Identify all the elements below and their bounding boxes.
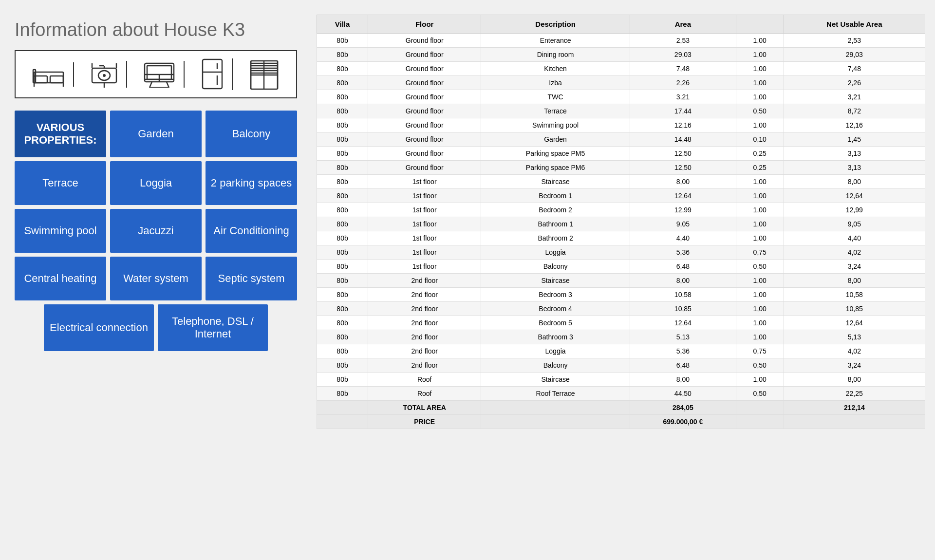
table-cell: 1st floor bbox=[368, 260, 481, 274]
table-cell: 8,00 bbox=[630, 175, 736, 189]
table-cell: 1,00 bbox=[736, 118, 784, 132]
svg-rect-0 bbox=[34, 72, 63, 83]
table-cell: 2nd floor bbox=[368, 316, 481, 330]
prop-cell-header: VARIOUS PROPERTIES: bbox=[15, 111, 106, 157]
svg-rect-22 bbox=[203, 59, 222, 89]
table-cell: 0,50 bbox=[736, 260, 784, 274]
total-cell bbox=[736, 401, 784, 415]
table-row: 80b1st floorBathroom 24,401,004,40 bbox=[317, 231, 925, 245]
table-cell: 80b bbox=[317, 302, 368, 316]
table-cell: Ground floor bbox=[368, 161, 481, 175]
table-cell: 2nd floor bbox=[368, 274, 481, 288]
table-cell: 0,50 bbox=[736, 358, 784, 373]
table-row: 80bGround floorGarden14,480,101,45 bbox=[317, 132, 925, 147]
price-cell bbox=[784, 415, 925, 429]
table-row: 80bGround floorParking space PM512,500,2… bbox=[317, 147, 925, 161]
prop-cell-balcony: Balcony bbox=[206, 111, 297, 157]
table-cell: 80b bbox=[317, 132, 368, 147]
table-cell: 29,03 bbox=[630, 48, 736, 62]
prop-cell-jacuzzi: Jacuzzi bbox=[110, 209, 202, 253]
table-cell: 3,13 bbox=[784, 161, 925, 175]
table-row: 80b2nd floorBalcony6,480,503,24 bbox=[317, 358, 925, 373]
table-cell: 5,13 bbox=[630, 330, 736, 344]
prop-cell-swimming: Swimming pool bbox=[15, 209, 106, 253]
table-cell: 3,21 bbox=[630, 90, 736, 104]
col-factor bbox=[736, 15, 784, 34]
table-cell: 80b bbox=[317, 217, 368, 231]
table-cell: Parking space PM6 bbox=[481, 161, 630, 175]
table-cell: Bedroom 5 bbox=[481, 316, 630, 330]
table-cell: 12,64 bbox=[784, 316, 925, 330]
page-wrapper: Information about House K3 bbox=[10, 10, 925, 434]
table-cell: Parking space PM5 bbox=[481, 147, 630, 161]
table-cell: Ground floor bbox=[368, 147, 481, 161]
table-cell: 4,02 bbox=[784, 344, 925, 358]
col-description: Description bbox=[481, 15, 630, 34]
table-cell: 44,50 bbox=[630, 387, 736, 401]
table-cell: 1,45 bbox=[784, 132, 925, 147]
table-cell: Kitchen bbox=[481, 62, 630, 76]
table-cell: Staircase bbox=[481, 175, 630, 189]
table-row: 80bGround floorSwimming pool12,161,0012,… bbox=[317, 118, 925, 132]
table-row: 80b2nd floorBedroom 410,851,0010,85 bbox=[317, 302, 925, 316]
table-cell: Balcony bbox=[481, 358, 630, 373]
table-cell: Staircase bbox=[481, 274, 630, 288]
table-cell: 1,00 bbox=[736, 34, 784, 48]
table-cell: 0,75 bbox=[736, 245, 784, 260]
table-cell: 10,58 bbox=[630, 288, 736, 302]
table-cell: Garden bbox=[481, 132, 630, 147]
table-cell: 7,48 bbox=[784, 62, 925, 76]
table-cell: Bedroom 1 bbox=[481, 189, 630, 203]
prop-cell-loggia: Loggia bbox=[110, 161, 202, 205]
table-cell: 80b bbox=[317, 260, 368, 274]
table-cell: 8,00 bbox=[630, 274, 736, 288]
prop-cell-telephone: Telephone, DSL / Internet bbox=[158, 304, 268, 351]
table-cell: Dining room bbox=[481, 48, 630, 62]
table-row: 80bGround floorDining room29,031,0029,03 bbox=[317, 48, 925, 62]
table-cell: 0,75 bbox=[736, 344, 784, 358]
table-cell: Izba bbox=[481, 76, 630, 90]
table-row: 80bGround floorKitchen7,481,007,48 bbox=[317, 62, 925, 76]
svg-line-17 bbox=[167, 82, 169, 88]
table-cell: 1,00 bbox=[736, 274, 784, 288]
bottom-row: Electrical connection Telephone, DSL / I… bbox=[15, 304, 297, 351]
table-row: 80bGround floorEnterance2,531,002,53 bbox=[317, 34, 925, 48]
table-cell: 14,48 bbox=[630, 132, 736, 147]
table-row: 80b2nd floorBathroom 35,131,005,13 bbox=[317, 330, 925, 344]
table-cell: Balcony bbox=[481, 260, 630, 274]
table-row: 80b1st floorBedroom 112,641,0012,64 bbox=[317, 189, 925, 203]
table-row: 80bGround floorParking space PM612,500,2… bbox=[317, 161, 925, 175]
table-cell: 3,21 bbox=[784, 90, 925, 104]
table-cell: 8,72 bbox=[784, 104, 925, 118]
bed-icon bbox=[24, 62, 74, 87]
table-cell: 10,58 bbox=[784, 288, 925, 302]
table-cell: 0,50 bbox=[736, 387, 784, 401]
price-cell: 699.000,00 € bbox=[630, 415, 736, 429]
table-cell: Enterance bbox=[481, 34, 630, 48]
table-cell: 1,00 bbox=[736, 90, 784, 104]
table-cell: 80b bbox=[317, 76, 368, 90]
prop-cell-aircon: Air Conditioning bbox=[206, 209, 297, 253]
table-cell: 1,00 bbox=[736, 231, 784, 245]
table-cell: Bedroom 2 bbox=[481, 203, 630, 217]
table-cell: Bedroom 3 bbox=[481, 288, 630, 302]
table-cell: 80b bbox=[317, 288, 368, 302]
table-cell: 1,00 bbox=[736, 288, 784, 302]
prop-cell-water: Water system bbox=[110, 257, 202, 300]
table-cell: 12,50 bbox=[630, 161, 736, 175]
sink-icon bbox=[82, 61, 127, 88]
table-row: 80b1st floorBedroom 212,991,0012,99 bbox=[317, 203, 925, 217]
property-table: Villa Floor Description Area Net Usable … bbox=[317, 15, 925, 429]
table-cell: 1,00 bbox=[736, 302, 784, 316]
table-row: 80bRoofRoof Terrace44,500,5022,25 bbox=[317, 387, 925, 401]
prop-cell-parking: 2 parking spaces bbox=[206, 161, 297, 205]
table-row: 80bGround floorTWC3,211,003,21 bbox=[317, 90, 925, 104]
properties-grid: VARIOUS PROPERTIES: Garden Balcony Terra… bbox=[15, 111, 297, 300]
table-cell: 1,00 bbox=[736, 203, 784, 217]
window-icon bbox=[241, 58, 287, 90]
col-area: Area bbox=[630, 15, 736, 34]
table-cell: 1,00 bbox=[736, 217, 784, 231]
table-cell: 80b bbox=[317, 161, 368, 175]
table-cell: 2nd floor bbox=[368, 330, 481, 344]
table-row: 80b2nd floorStaircase8,001,008,00 bbox=[317, 274, 925, 288]
